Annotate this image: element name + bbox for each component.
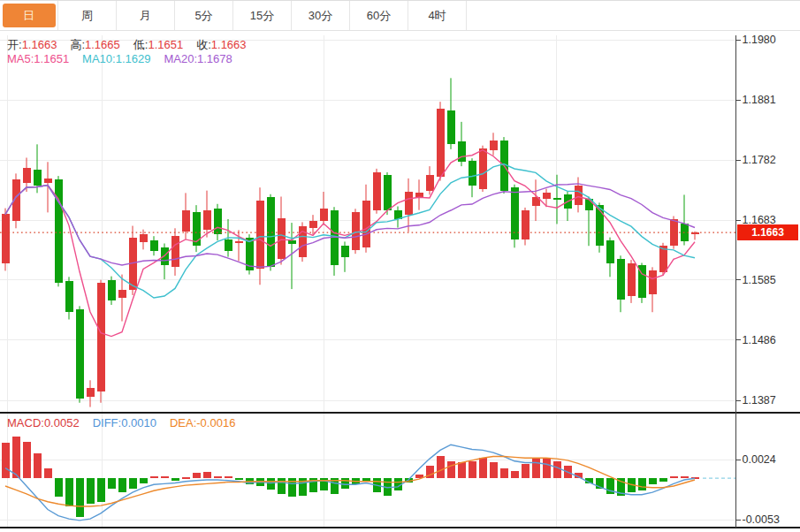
timeframe-tabbar: 日周月5分15分30分60分4时: [0, 0, 800, 31]
svg-text:1.1782: 1.1782: [743, 154, 776, 166]
indicator-item: 低:1.1651: [133, 38, 183, 51]
indicator-item: MA20:1.1678: [164, 52, 232, 65]
indicator-value: 1.1665: [85, 38, 120, 51]
svg-text:1.1881: 1.1881: [743, 94, 776, 106]
indicator-item: DEA:-0.0016: [170, 416, 235, 429]
tab-15分[interactable]: 15分: [233, 1, 292, 30]
tab-label: 30分: [292, 1, 349, 30]
axis-frame: [0, 35, 800, 528]
indicator-item: 收:1.1663: [196, 38, 246, 51]
chart-canvas[interactable]: 1.19801.18811.17821.16831.15851.14861.13…: [0, 0, 800, 532]
indicator-value: 1.1651: [148, 38, 183, 51]
indicator-item: 开:1.1663: [7, 38, 57, 51]
tab-label: 日: [3, 4, 56, 27]
indicator-value: 1.1663: [211, 38, 247, 51]
indicator-value: 1.1651: [34, 52, 69, 65]
candlesticks: [2, 78, 699, 407]
current-price-tag: 1.1663: [737, 224, 798, 240]
tab-30分[interactable]: 30分: [292, 1, 350, 30]
indicator-value: 0.0052: [44, 416, 80, 429]
ohlc-readout: 开:1.1663高:1.1665低:1.1651收:1.1663: [7, 37, 260, 53]
ma-readout: MA5:1.1651MA10:1.1629MA20:1.1678: [7, 52, 246, 65]
ma-lines: [5, 150, 695, 337]
tab-4时[interactable]: 4时: [408, 1, 467, 30]
tab-月[interactable]: 月: [117, 1, 175, 30]
indicator-label: MA10:: [82, 52, 116, 65]
indicator-value: 1.1678: [197, 52, 232, 65]
indicator-label: DEA:: [170, 416, 196, 429]
macd-histogram: [2, 437, 699, 517]
tab-日[interactable]: 日: [0, 1, 58, 30]
svg-text:-0.0053: -0.0053: [743, 513, 780, 526]
indicator-label: 收:: [196, 38, 211, 51]
indicator-value: -0.0016: [196, 416, 235, 429]
indicator-value: 1.1629: [116, 52, 151, 65]
svg-text:1.1387: 1.1387: [743, 394, 776, 407]
indicator-label: MACD:: [7, 416, 44, 429]
svg-text:0.0024: 0.0024: [743, 453, 776, 466]
svg-text:1.1980: 1.1980: [743, 34, 776, 46]
tab-label: 60分: [350, 1, 408, 30]
indicator-value: 1.1663: [22, 38, 57, 51]
tab-label: 15分: [233, 1, 291, 30]
indicator-label: DIFF:: [93, 416, 122, 429]
svg-text:1.1486: 1.1486: [743, 334, 776, 346]
indicator-label: 高:: [70, 38, 85, 51]
indicator-item: MACD:0.0052: [7, 416, 80, 429]
macd-readout: MACD:0.0052DIFF:0.0010DEA:-0.0016: [7, 416, 248, 429]
ma20-line: [5, 184, 695, 267]
indicator-item: MA10:1.1629: [82, 52, 150, 65]
ma10-line: [5, 164, 695, 298]
tab-5分[interactable]: 5分: [175, 1, 233, 30]
indicator-value: 0.0010: [121, 416, 156, 429]
trading-chart-app: 日周月5分15分30分60分4时 1.19801.18811.17821.168…: [0, 0, 800, 532]
indicator-label: MA20:: [164, 52, 197, 65]
tab-label: 月: [117, 1, 174, 30]
indicator-label: 低:: [133, 38, 149, 51]
tab-label: 周: [58, 1, 116, 30]
indicator-item: MA5:1.1651: [7, 52, 69, 65]
axis-labels: 1.19801.18811.17821.16831.15851.14861.13…: [736, 34, 780, 526]
ma5-line: [5, 150, 695, 337]
tab-60分[interactable]: 60分: [350, 1, 408, 30]
tab-周[interactable]: 周: [58, 1, 117, 30]
indicator-label: 开:: [7, 38, 22, 51]
tab-label: 4时: [408, 1, 466, 30]
indicator-item: DIFF:0.0010: [93, 416, 156, 429]
indicator-label: MA5:: [7, 52, 34, 65]
svg-text:1.1585: 1.1585: [743, 274, 776, 286]
indicator-item: 高:1.1665: [70, 38, 119, 51]
tab-label: 5分: [175, 1, 232, 30]
